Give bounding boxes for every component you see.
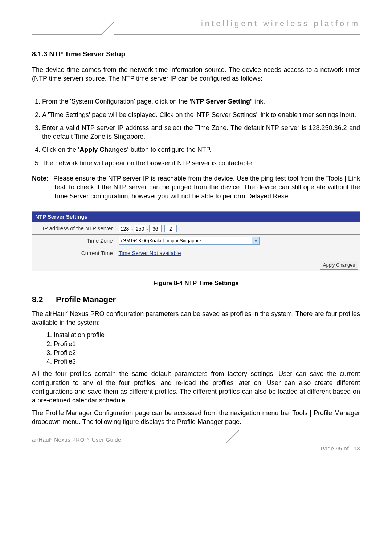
time-zone-value: (GMT+08:00)Kuala Lumpur,Singapore (119, 238, 252, 244)
page-header: intelligent wireless platform (32, 22, 360, 35)
divider (32, 88, 360, 88)
profile-para-2: All the four profiles contain the same d… (32, 369, 360, 405)
apply-changes-button[interactable]: Apply Changes (320, 261, 358, 270)
footer-page-number: Page 95 of 113 (320, 445, 360, 452)
header-tagline: intelligent wireless platform (201, 18, 360, 29)
svg-line-0 (101, 22, 114, 35)
profile-intro: The airHaul2 Nexus PRO configuration par… (32, 309, 360, 327)
intro-paragraph: The device time comes from the network t… (32, 65, 360, 83)
step-3: Enter a valid NTP server IP address and … (42, 121, 360, 143)
profile-list: Installation profile Profile1 Profile2 P… (54, 331, 360, 366)
chevron-down-icon (252, 237, 259, 244)
profile-item-3: Profile2 (54, 348, 360, 357)
figure-caption: Figure 8-4 NTP Time Settings (32, 279, 360, 288)
step-2: A 'Time Settings' page will be displayed… (42, 108, 360, 121)
svg-marker-1 (254, 240, 258, 242)
current-time-label: Current Time (32, 247, 116, 259)
time-zone-select[interactable]: (GMT+08:00)Kuala Lumpur,Singapore (119, 237, 260, 245)
step-4: Click on the 'Apply Changes' button to c… (42, 143, 360, 156)
svg-line-2 (226, 430, 239, 443)
section-8-2-heading: 8.2Profile Manager (32, 294, 360, 305)
profile-para-3: The Profile Manager Configuration page c… (32, 409, 360, 426)
profile-item-2: Profile1 (54, 340, 360, 348)
ntp-settings-panel: NTP Server Settings IP address of the NT… (32, 211, 360, 271)
ip-octet-4[interactable]: 2 (164, 225, 177, 232)
ip-octet-1[interactable]: 128 (119, 225, 131, 232)
ip-address-value: 128.250.36.2 (116, 222, 360, 235)
section-8-1-3-heading: 8.1.3 NTP Time Server Setup (32, 49, 360, 59)
note-block: Note: Please ensure the NTP server IP is… (32, 174, 360, 200)
ip-octet-3[interactable]: 36 (149, 225, 162, 232)
page-footer: airHaul² Nexus PRO™ User Guide Page 95 o… (32, 437, 360, 456)
profile-item-4: Profile3 (54, 357, 360, 366)
profile-item-1: Installation profile (54, 331, 360, 339)
step-1: From the 'System Configuration' page, cl… (42, 95, 360, 108)
time-zone-label: Time Zone (32, 235, 116, 247)
current-time-value[interactable]: Time Server Not available (119, 250, 181, 256)
ntp-server-settings-link[interactable]: NTP Server Settings (35, 214, 87, 220)
ip-address-label: IP address of the NTP server (32, 222, 116, 235)
steps-list: From the 'System Configuration' page, cl… (42, 95, 360, 170)
step-5: The network time will appear on the brow… (42, 157, 360, 170)
ip-octet-2[interactable]: 250 (134, 225, 146, 232)
